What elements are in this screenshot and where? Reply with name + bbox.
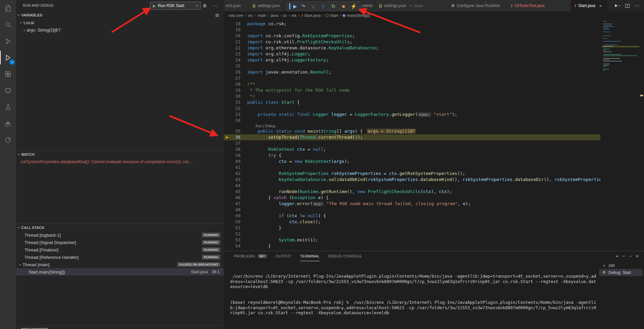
breakpoint-gutter[interactable] <box>224 183 230 189</box>
close-panel-icon[interactable]: × <box>636 253 639 259</box>
code-line-52[interactable]: 52 <box>224 231 600 237</box>
run-and-debug-icon[interactable]: 1 <box>0 49 16 66</box>
watch-expression-error[interactable]: rskSystemProperties.databaseKind(): Cann… <box>16 158 224 166</box>
breakpoint-gutter[interactable] <box>224 51 230 57</box>
terminal-instance-zsh[interactable]: > zsh <box>599 262 643 269</box>
breakpoint-gutter[interactable] <box>224 105 230 111</box>
code-line-30[interactable]: 30 */ <box>224 93 600 99</box>
start-debugging-icon[interactable]: ▶ <box>153 4 156 8</box>
terminal-output[interactable]: /usr/bin/env /Library/Internet\ Plug-Ins… <box>230 263 597 326</box>
breakpoint-gutter[interactable] <box>224 87 230 93</box>
tab-launch-json[interactable]: nch.json <box>224 0 249 11</box>
panel-tab-problems[interactable]: PROBLEMS 1K+ <box>234 251 267 261</box>
step-out-icon[interactable]: ↑ <box>319 2 328 11</box>
terminal-instance-debug-start[interactable]: ⚙ Debug: Start <box>599 269 643 276</box>
docker-icon[interactable] <box>0 115 16 132</box>
breakpoint-gutter[interactable] <box>224 152 230 158</box>
thread-row-main[interactable]: › Thread [main] PAUSED ON BREAKPOINT <box>16 261 224 268</box>
breakpoint-gutter[interactable] <box>224 140 230 146</box>
code-line-31[interactable]: 31public class Start { <box>224 99 600 105</box>
breadcrumb-item-class[interactable]: Start <box>330 13 338 17</box>
stack-frame-row[interactable]: Start.main(String[]) Start.java 36:1 <box>16 268 224 276</box>
explorer-icon[interactable] <box>0 0 16 16</box>
breadcrumb-item[interactable]: rsk <box>291 13 297 17</box>
code-line-38[interactable]: 38 RskContext ctx = null; <box>224 146 600 152</box>
code-line-39[interactable]: 39 try { <box>224 152 600 158</box>
overview-ruler[interactable] <box>639 19 644 251</box>
chevron-down-icon[interactable]: › <box>623 255 626 257</box>
code-line-50[interactable]: 50 ctx.close(); <box>224 219 600 225</box>
code-line-36[interactable]: ▶36 setUpThread(Thread.currentThread()); <box>224 134 600 140</box>
code-line-40[interactable]: 40 ctx = new RskContext(args); <box>224 158 600 164</box>
breadcrumb-item[interactable]: java <box>271 13 278 17</box>
code-line-44[interactable]: 44 <box>224 183 600 189</box>
code-line-49[interactable]: 49 if (ctx != null) { <box>224 213 600 219</box>
thread-row[interactable]: Thread [Finalizer] RUNNING <box>16 246 224 253</box>
breadcrumb-item[interactable]: src <box>248 13 253 17</box>
panel-tab-output[interactable]: OUTPUT <box>276 251 291 261</box>
breakpoint-gutter[interactable] <box>224 33 230 39</box>
search-icon[interactable] <box>0 16 16 33</box>
debug-settings-gear-icon[interactable]: ⚙ <box>203 3 207 8</box>
breakpoint-gutter[interactable] <box>224 117 230 124</box>
close-icon[interactable]: × <box>599 3 602 8</box>
code-line-28[interactable]: 28/** <box>224 81 600 87</box>
breakpoint-gutter[interactable] <box>224 219 230 225</box>
breakpoint-gutter[interactable] <box>224 27 230 33</box>
breakpoint-gutter[interactable] <box>224 207 230 213</box>
thread-row[interactable]: Thread [Signal Dispatcher] RUNNING <box>16 239 224 246</box>
code-line-54[interactable]: 54 } <box>224 243 600 249</box>
remote-explorer-icon[interactable] <box>0 82 16 99</box>
breakpoint-gutter[interactable] <box>224 171 230 177</box>
code-line-43[interactable]: 43 KeyValueDataSource.validateDbKind(rsk… <box>224 177 600 183</box>
breakpoint-gutter[interactable] <box>224 111 230 117</box>
code-line-48[interactable]: 48 <box>224 207 600 213</box>
code-line-37[interactable]: 37 <box>224 140 600 146</box>
breakpoint-gutter[interactable] <box>224 146 230 152</box>
hot-code-replace-icon[interactable]: ⚡ <box>349 2 358 11</box>
more-actions-icon[interactable]: ⋯ <box>634 3 639 9</box>
breakpoint-gutter[interactable] <box>224 189 230 195</box>
breakpoint-gutter[interactable] <box>224 243 230 249</box>
breakpoints-section-header[interactable]: › BREAKPOINTS <box>16 326 224 329</box>
breakpoint-gutter[interactable] <box>224 69 230 75</box>
code-line-34[interactable]: 34 <box>224 117 600 124</box>
tab-configure-java-runtime[interactable]: ⚙ Configure Java Runtime <box>448 0 507 11</box>
breakpoint-gutter[interactable] <box>224 99 230 105</box>
variables-section-header[interactable]: › VARIABLES ⊟ <box>16 11 224 19</box>
code-editor[interactable]: 18package co.rsk;1920import co.rsk.confi… <box>224 19 644 251</box>
breakpoint-gutter[interactable] <box>224 195 230 201</box>
breakpoint-gutter[interactable] <box>224 177 230 183</box>
call-stack-section-header[interactable]: › CALL STACK <box>16 224 224 231</box>
breakpoint-gutter[interactable] <box>224 45 230 51</box>
extensions-icon[interactable] <box>0 66 16 82</box>
code-line-45[interactable]: 45 runNode(Runtime.getRuntime(), new Pre… <box>224 189 600 195</box>
stop-icon[interactable]: ■ <box>339 2 348 11</box>
code-line-25[interactable]: 25 <box>224 63 600 69</box>
breakpoint-gutter[interactable] <box>224 39 230 45</box>
code-line-53[interactable]: 53 System.exit(1); <box>224 237 600 243</box>
split-editor-icon[interactable] <box>625 3 630 8</box>
breakpoint-gutter[interactable] <box>224 81 230 87</box>
breakpoint-gutter[interactable] <box>224 225 230 231</box>
tab-user-settings-json[interactable]: {} settings.json ~/.../User <box>376 0 448 11</box>
breadcrumb-item[interactable]: co <box>282 13 286 17</box>
source-control-icon[interactable] <box>0 33 16 49</box>
panel-tab-debug-console[interactable]: DEBUG CONSOLE <box>328 251 362 261</box>
panel-tab-terminal[interactable]: TERMINAL <box>300 251 320 261</box>
code-line-23[interactable]: 23import org.slf4j.Logger; <box>224 51 600 57</box>
collapse-all-icon[interactable]: ⊟ <box>215 13 219 18</box>
breadcrumb-item[interactable]: main <box>258 13 266 17</box>
breakpoint-gutter[interactable] <box>224 75 230 81</box>
minimap[interactable] <box>602 21 639 251</box>
code-line-26[interactable]: 26import javax.annotation.Nonnull; <box>224 69 600 75</box>
launch-configuration-dropdown[interactable]: ▶ Run RSK Start › <box>150 2 201 10</box>
code-line-24[interactable]: 24import org.slf4j.LoggerFactory; <box>224 57 600 63</box>
code-line-51[interactable]: 51 } <box>224 225 600 231</box>
code-line-42[interactable]: 42 RskSystemProperties rskSystemProperti… <box>224 171 600 177</box>
restart-icon[interactable]: ↻ <box>329 2 338 11</box>
step-into-icon[interactable]: ↓ <box>309 2 318 11</box>
code-line-35[interactable]: 35 public static void main(String[] args… <box>224 128 600 134</box>
thread-row[interactable]: Thread [logback-1] RUNNING <box>16 231 224 239</box>
breakpoint-gutter[interactable] <box>224 201 230 207</box>
